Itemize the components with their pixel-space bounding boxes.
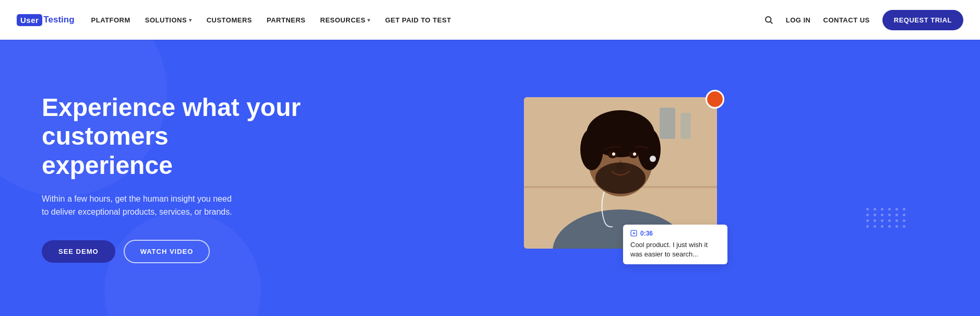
svg-point-16 — [595, 162, 646, 194]
dot — [866, 219, 869, 222]
svg-rect-3 — [660, 108, 675, 139]
nav-platform[interactable]: Platform — [91, 16, 130, 24]
nav-login[interactable]: Log In — [786, 16, 811, 24]
dot — [874, 214, 876, 216]
svg-rect-4 — [680, 113, 691, 139]
logo-user-text: User — [17, 14, 42, 26]
dot — [895, 219, 898, 222]
hero-buttons: See Demo Watch Video — [42, 240, 303, 263]
svg-point-15 — [633, 153, 636, 156]
dot — [903, 219, 905, 222]
resources-chevron-icon: ▾ — [367, 17, 371, 23]
hero-subtext: Within a few hours, get the human insigh… — [42, 192, 240, 219]
dot — [881, 219, 883, 222]
video-card: 0:36 Cool product. I just wish it was ea… — [524, 97, 717, 259]
solutions-chevron-icon: ▾ — [189, 17, 192, 23]
dot — [874, 219, 876, 222]
dot — [888, 225, 891, 228]
dots-decoration — [866, 208, 907, 228]
svg-point-14 — [612, 153, 615, 156]
dot — [895, 225, 898, 228]
watch-video-button[interactable]: Watch Video — [124, 240, 210, 263]
hero-visual: 0:36 Cool product. I just wish it was ea… — [303, 97, 938, 259]
svg-line-1 — [770, 21, 772, 23]
dot — [881, 225, 883, 228]
dot — [903, 208, 905, 210]
video-time-icon — [630, 230, 637, 238]
hero-content: Experience what your customers experienc… — [42, 93, 303, 263]
dot — [903, 214, 905, 216]
dot — [895, 208, 898, 210]
svg-marker-19 — [633, 232, 635, 234]
svg-point-10 — [580, 128, 603, 170]
nav-contact[interactable]: Contact Us — [823, 16, 870, 24]
dot — [866, 208, 869, 210]
svg-point-17 — [650, 156, 656, 162]
dot — [888, 219, 891, 222]
nav-partners[interactable]: Partners — [267, 16, 306, 24]
transcript-bubble: 0:36 Cool product. I just wish it was ea… — [623, 225, 727, 264]
logo-testing-text: Testing — [43, 15, 74, 25]
hero-heading: Experience what your customers experienc… — [42, 93, 303, 180]
nav-resources[interactable]: Resources ▾ — [320, 16, 371, 24]
nav-customers[interactable]: Customers — [207, 16, 252, 24]
dot — [895, 214, 898, 216]
navbar: User Testing Platform Solutions ▾ Custom… — [0, 0, 980, 40]
dot — [866, 214, 869, 216]
nav-links: Platform Solutions ▾ Customers Partners — [91, 16, 451, 24]
transcript-time: 0:36 — [630, 230, 720, 238]
timestamp: 0:36 — [640, 230, 653, 237]
see-demo-button[interactable]: See Demo — [42, 240, 115, 263]
search-button[interactable] — [764, 15, 773, 25]
logo[interactable]: User Testing — [17, 14, 75, 26]
record-indicator — [706, 90, 724, 109]
nav-get-paid[interactable]: Get Paid to Test — [385, 16, 451, 24]
dot — [881, 214, 883, 216]
dot — [903, 225, 905, 228]
navbar-right: Log In Contact Us Request Trial — [764, 10, 963, 30]
dot — [874, 208, 876, 210]
dot — [881, 208, 883, 210]
dot — [888, 214, 891, 216]
search-icon — [764, 15, 773, 25]
hero-section: Experience what your customers experienc… — [0, 40, 980, 316]
dot — [888, 208, 891, 210]
navbar-left: User Testing Platform Solutions ▾ Custom… — [17, 14, 451, 26]
request-trial-button[interactable]: Request Trial — [882, 10, 963, 30]
dot — [874, 225, 876, 228]
svg-point-11 — [638, 128, 661, 170]
transcript-text: Cool product. I just wish it was easier … — [630, 240, 720, 259]
dot — [866, 225, 869, 228]
play-icon — [630, 230, 637, 237]
nav-solutions[interactable]: Solutions ▾ — [145, 16, 192, 24]
